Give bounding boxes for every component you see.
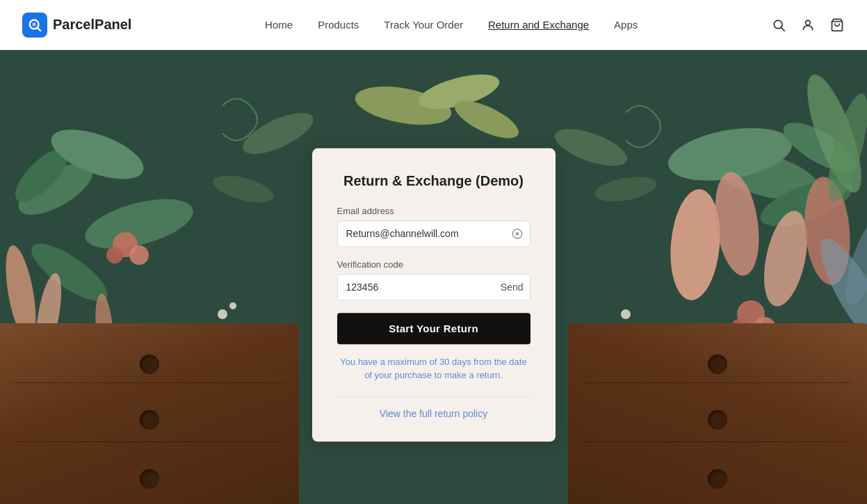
furniture-left bbox=[0, 323, 299, 504]
return-policy-link[interactable]: View the full return policy bbox=[337, 408, 530, 419]
svg-line-4 bbox=[781, 27, 785, 31]
svg-point-48 bbox=[621, 309, 631, 319]
modal-card: Return & Exchange (Demo) Email address V… bbox=[312, 148, 556, 441]
svg-point-18 bbox=[106, 247, 123, 263]
logo[interactable]: ParcelPanel bbox=[22, 13, 131, 38]
policy-text: You have a maximum of 30 days from the d… bbox=[337, 355, 530, 382]
svg-line-1 bbox=[38, 27, 41, 31]
send-code-button[interactable]: Send bbox=[501, 282, 524, 293]
logo-icon bbox=[22, 13, 47, 38]
svg-point-46 bbox=[218, 309, 227, 319]
svg-point-17 bbox=[129, 245, 149, 265]
header: ParcelPanel Home Products Track Your Ord… bbox=[0, 0, 867, 50]
nav-home[interactable]: Home bbox=[265, 19, 293, 31]
furniture-right bbox=[568, 323, 867, 504]
drawer-handle-5 bbox=[708, 410, 727, 430]
svg-point-5 bbox=[806, 20, 811, 25]
svg-point-47 bbox=[229, 302, 236, 309]
background: Return & Exchange (Demo) Email address V… bbox=[0, 50, 867, 504]
drawer-handle-1 bbox=[140, 355, 159, 374]
nav-track[interactable]: Track Your Order bbox=[384, 19, 463, 31]
drawer-handle-3 bbox=[140, 469, 159, 489]
nav-products[interactable]: Products bbox=[318, 19, 359, 31]
clear-email-icon[interactable] bbox=[511, 227, 524, 240]
logo-text: ParcelPanel bbox=[53, 17, 131, 33]
svg-point-2 bbox=[32, 22, 36, 26]
search-icon[interactable] bbox=[771, 17, 786, 33]
drawer-handle-2 bbox=[140, 410, 159, 430]
email-input[interactable] bbox=[337, 220, 530, 247]
cart-icon[interactable] bbox=[829, 17, 845, 33]
header-icons bbox=[771, 17, 845, 33]
drawer-handle-6 bbox=[708, 469, 727, 489]
email-label: Email address bbox=[337, 206, 530, 216]
start-return-button[interactable]: Start Your Return bbox=[337, 313, 530, 344]
modal-title: Return & Exchange (Demo) bbox=[337, 173, 530, 189]
user-icon[interactable] bbox=[800, 17, 816, 33]
nav-return-exchange[interactable]: Return and Exchange bbox=[488, 19, 589, 31]
email-group: Email address bbox=[337, 206, 530, 247]
nav-apps[interactable]: Apps bbox=[614, 19, 638, 31]
main-nav: Home Products Track Your Order Return an… bbox=[265, 19, 638, 31]
email-input-wrapper bbox=[337, 220, 530, 247]
verification-group: Verification code Send bbox=[337, 259, 530, 300]
verification-label: Verification code bbox=[337, 259, 530, 270]
drawer-handle-4 bbox=[708, 355, 727, 374]
divider bbox=[337, 396, 530, 397]
verification-input-wrapper: Send bbox=[337, 274, 530, 300]
